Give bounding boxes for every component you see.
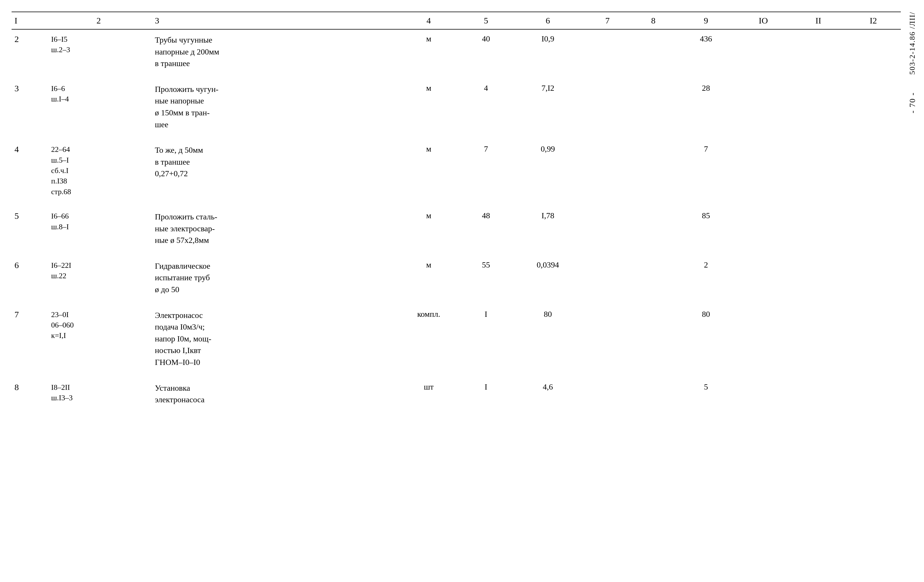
row-ref: I6–22Iш.22 [48,256,149,300]
row-num: 2 [12,29,48,74]
row-col7 [584,305,630,373]
row-col8 [630,29,676,74]
row-col11 [791,29,846,74]
table-row: 4 22–64ш.5–Iсб.ч.Iп.I38стр.68 То же, д 5… [12,140,901,202]
row-unit: м [397,256,461,300]
row-num: 6 [12,256,48,300]
header-col10: IO [736,12,791,29]
row-ref: I6–66ш.8–I [48,207,149,251]
row-qty: 4 [461,79,511,135]
main-table: I 2 3 4 5 6 7 8 9 IO II I2 2 I6–I5ш.2–3 … [12,12,901,415]
row-desc: Проложить сталь-ные электросвар-ные ø 57… [149,207,397,251]
row-col8 [630,378,676,410]
row-ref: I8–2IIш.I3–3 [48,378,149,410]
row-col7 [584,378,630,410]
header-col4: 4 [397,12,461,29]
table-row: 6 I6–22Iш.22 Гидравлическоеиспытание тру… [12,256,901,300]
row-col8 [630,305,676,373]
row-price: 0,99 [511,140,584,202]
row-col10 [736,79,791,135]
row-unit: м [397,140,461,202]
header-col11: II [791,12,846,29]
row-col10 [736,256,791,300]
row-qty: 7 [461,140,511,202]
row-col10 [736,140,791,202]
row-total: 5 [676,378,736,410]
row-col7 [584,256,630,300]
row-col12 [846,378,901,410]
row-qty: 40 [461,29,511,74]
header-col8: 8 [630,12,676,29]
table-row: 8 I8–2IIш.I3–3 Установкаэлектронасоса шт… [12,378,901,410]
row-num: 5 [12,207,48,251]
row-col11 [791,79,846,135]
table-row: 3 I6–6ш.I–4 Проложить чугун-ные напорные… [12,79,901,135]
row-desc: Трубы чугунныенапорные д 200ммв траншее [149,29,397,74]
row-col12 [846,305,901,373]
header-col3: 3 [149,12,397,29]
row-unit: компл. [397,305,461,373]
row-col11 [791,140,846,202]
row-col7 [584,79,630,135]
row-total: 80 [676,305,736,373]
row-qty: I [461,305,511,373]
row-total: 85 [676,207,736,251]
table-row: 2 I6–I5ш.2–3 Трубы чугунныенапорные д 20… [12,29,901,74]
row-price: 7,I2 [511,79,584,135]
row-col10 [736,29,791,74]
side-label: 503-2-14.86 /ЛII/ - 70 - [901,0,924,582]
row-col7 [584,29,630,74]
row-col8 [630,79,676,135]
header-col12: I2 [846,12,901,29]
header-col9: 9 [676,12,736,29]
row-col8 [630,207,676,251]
row-col12 [846,256,901,300]
row-col12 [846,29,901,74]
row-qty: 55 [461,256,511,300]
row-ref: 22–64ш.5–Iсб.ч.Iп.I38стр.68 [48,140,149,202]
row-desc: Электронасосподача I0м3/ч;напор I0м, мощ… [149,305,397,373]
row-desc: Гидравлическоеиспытание трубø до 50 [149,256,397,300]
row-desc: Проложить чугун-ные напорныеø 150мм в тр… [149,79,397,135]
row-desc: Установкаэлектронасоса [149,378,397,410]
row-ref: I6–I5ш.2–3 [48,29,149,74]
row-price: I0,9 [511,29,584,74]
row-price: 4,6 [511,378,584,410]
row-price: I,78 [511,207,584,251]
row-price: 80 [511,305,584,373]
row-total: 28 [676,79,736,135]
row-col8 [630,140,676,202]
row-price: 0,0394 [511,256,584,300]
row-col10 [736,207,791,251]
table-row: 5 I6–66ш.8–I Проложить сталь-ные электро… [12,207,901,251]
row-ref: I6–6ш.I–4 [48,79,149,135]
table-header: I 2 3 4 5 6 7 8 9 IO II I2 [12,12,901,29]
row-num: 8 [12,378,48,410]
header-col5: 5 [461,12,511,29]
page-container: 503-2-14.86 /ЛII/ - 70 - I 2 3 4 5 [0,0,924,582]
row-col10 [736,378,791,410]
side-label-bottom: - 70 - [908,92,917,113]
row-qty: 48 [461,207,511,251]
row-col11 [791,305,846,373]
row-total: 436 [676,29,736,74]
row-total: 7 [676,140,736,202]
row-unit: м [397,29,461,74]
row-ref: 23–0I06–060к=I,I [48,305,149,373]
header-col7: 7 [584,12,630,29]
row-num: 3 [12,79,48,135]
row-col12 [846,79,901,135]
row-col11 [791,378,846,410]
row-desc: То же, д 50ммв траншее0,27+0,72 [149,140,397,202]
row-num: 7 [12,305,48,373]
row-col12 [846,140,901,202]
row-col8 [630,256,676,300]
row-col11 [791,207,846,251]
row-col10 [736,305,791,373]
side-label-top: 503-2-14.86 /ЛII/ [908,12,917,75]
table-row: 7 23–0I06–060к=I,I Электронасосподача I0… [12,305,901,373]
row-col12 [846,207,901,251]
row-unit: шт [397,378,461,410]
row-col11 [791,256,846,300]
row-num: 4 [12,140,48,202]
